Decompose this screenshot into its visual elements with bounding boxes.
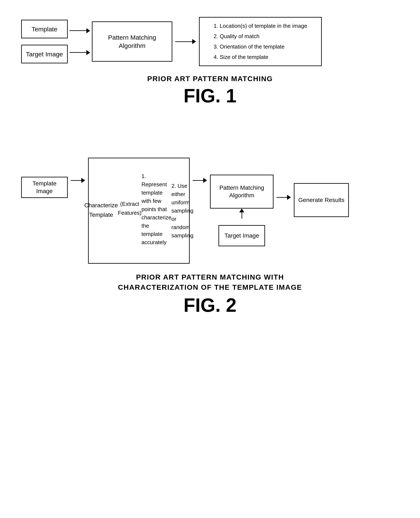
fig2-template-col: Template Image bbox=[21, 168, 68, 198]
fig1-inputs: Template Target Image bbox=[21, 20, 68, 63]
fig2-caption: PRIOR ART PATTERN MATCHING WITH CHARACTE… bbox=[21, 272, 399, 292]
fig2-char-title: Characterize Template bbox=[84, 201, 118, 220]
fig2-generate-box: Generate Results bbox=[294, 183, 349, 217]
fig2-arrow-to-algo bbox=[193, 178, 207, 183]
fig2-title: FIG. 2 bbox=[21, 294, 399, 316]
fig2-caption-line2: CHARACTERIZATION OF THE TEMPLATE IMAGE bbox=[21, 282, 399, 293]
fig1-output-content: 1. Location(s) of template in the image … bbox=[214, 22, 307, 61]
fig1-output-item1: 1. Location(s) of template in the image bbox=[214, 22, 307, 30]
fig1-section: Template Target Image Pattern Matching A… bbox=[13, 8, 407, 124]
fig1-algo-box: Pattern Matching Algorithm bbox=[92, 21, 172, 62]
fig2-algo-box: Pattern Matching Algorithm bbox=[210, 175, 273, 209]
fig1-template-box: Template bbox=[21, 20, 68, 38]
fig1-arrow-top bbox=[69, 28, 90, 33]
fig1-arrow-out bbox=[175, 39, 196, 44]
fig1-output-item2: 2. Quality of match bbox=[214, 32, 307, 40]
fig1-arrow-bottom bbox=[69, 50, 90, 55]
fig1-target-box: Target Image bbox=[21, 45, 68, 63]
fig2-char-item1: 1. Represent template with few points th… bbox=[141, 172, 172, 247]
fig2-caption-line1: PRIOR ART PATTERN MATCHING WITH bbox=[21, 272, 399, 282]
fig2-arrow-to-char bbox=[71, 178, 85, 183]
fig2-middle-section: Pattern Matching Algorithm Target Image bbox=[210, 166, 273, 246]
fig1-title: FIG. 1 bbox=[21, 85, 399, 107]
fig2-diagram: Template Image Characterize Template (Ex… bbox=[21, 158, 399, 264]
fig2-char-subtitle: (Extract Features) bbox=[118, 200, 141, 217]
fig2-section: Template Image Characterize Template (Ex… bbox=[13, 149, 407, 320]
fig-separator bbox=[13, 124, 407, 149]
fig2-target-image-box: Target Image bbox=[218, 225, 265, 246]
fig1-output-item4: 4. Size of the template bbox=[214, 53, 307, 61]
fig1-diagram: Template Target Image Pattern Matching A… bbox=[21, 17, 399, 66]
fig1-caption: PRIOR ART PATTERN MATCHING bbox=[21, 75, 399, 83]
fig1-arrows-in bbox=[69, 20, 90, 63]
fig2-template-image-box: Template Image bbox=[21, 177, 68, 198]
fig2-arrow-to-generate bbox=[277, 195, 291, 200]
fig2-arrow-target-up bbox=[239, 209, 244, 219]
fig2-char-box: Characterize Template (Extract Features)… bbox=[88, 158, 190, 264]
fig2-char-item2: 2. Use either uniform sampling or random… bbox=[172, 182, 194, 240]
fig1-output-item3: 3. Orientation of the template bbox=[214, 43, 307, 51]
fig1-output-box: 1. Location(s) of template in the image … bbox=[199, 17, 322, 66]
